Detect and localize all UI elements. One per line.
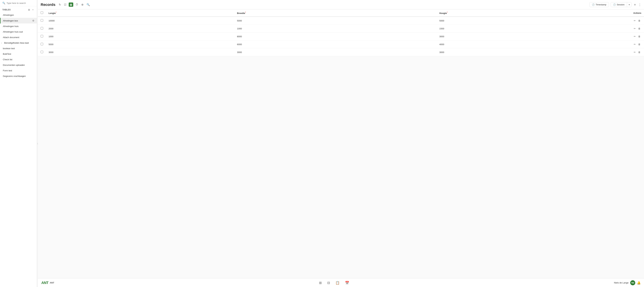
avatar: Nd [630,280,635,285]
sidebar-item-documenten-uploaden[interactable]: Documenten uploaden [0,62,37,68]
search-input[interactable] [6,2,34,4]
history-button[interactable]: ⏱ [75,2,79,7]
sidebar-item-gegevens-vrachtwagen[interactable]: Gegevens vrachtwagen [0,73,37,79]
grid-nav-button[interactable]: ⊞ [318,280,323,286]
table-row: 5000 6000 4000 ✏ 🗑 [38,40,644,48]
sidebar-item-form-test[interactable]: Form test [0,68,37,73]
row-checkbox-cell [38,32,46,40]
delete-row-2-button[interactable]: 🗑 [637,34,641,38]
row-checkbox-3[interactable] [41,43,43,45]
row-lengte-0: 10000 [46,17,234,25]
sidebar-item-afmetingen-box[interactable]: Afmetingen box ⚙ [0,18,37,23]
lengte-required-indicator: * [56,11,56,13]
row-lengte-4: 3000 [46,48,234,56]
header-breedte: Breedte* [234,9,437,17]
row-hoogte-0: 5000 [437,17,630,25]
row-hoogte-4: 3000 [437,48,630,56]
header-checkbox-cell [38,9,46,17]
timestamp-button[interactable]: 🕐 Timestamp [590,2,609,7]
table-body: 10000 5000 5000 ✏ 🗑 2000 1000 1500 ✏ 🗑 1… [38,17,644,56]
sidebar-item-afmetingen[interactable]: Afmetingen [0,12,37,18]
row-breedte-0: 5000 [234,17,437,25]
notifications-button[interactable]: 🔔 [637,281,641,285]
search-bar: 🔍 [0,0,37,6]
row-breedte-3: 6000 [234,40,437,48]
table-header-row: Lengte* Breedte* Hoogte* Actions [38,9,644,17]
row-checkbox-2[interactable] [41,35,43,37]
page-title: Records [41,2,56,7]
table-row: 2000 1000 1500 ✏ 🗑 [38,25,644,32]
row-hoogte-3: 4000 [437,40,630,48]
row-checkbox-4[interactable] [41,51,43,53]
header-hoogte: Hoogte* [437,9,630,17]
add-record-button[interactable]: ＋ [633,2,636,7]
session-main-button[interactable]: 🕐 Session [611,2,627,7]
sidebar-item-afmetingen-huis-oud[interactable]: Afmetingen huis oud [0,29,37,34]
header-actions: Actions [630,9,644,17]
row-actions-3: ✏ 🗑 [630,40,644,48]
search-button[interactable]: 🔍 [86,2,90,7]
bottom-nav: ⊞ ⊟ 📋 📅 [54,280,614,286]
clock-icon: 🕐 [592,3,594,6]
sidebar-item-afmetingen-huis[interactable]: Afmetingen huis [0,23,37,29]
edit-row-1-button[interactable]: ✏ [633,27,636,30]
tables-section-header: Tables ⊞ ＋ [0,6,37,12]
gallery-nav-button[interactable]: ⊟ [326,280,331,286]
table-view-toggle-button[interactable]: ⊞ [28,8,30,11]
sidebar-item-bulktest[interactable]: BulkTest [0,51,37,57]
hoogte-required-indicator: * [447,11,448,13]
delete-row-0-button[interactable]: 🗑 [637,19,641,22]
row-checkbox-0[interactable] [41,19,43,22]
gear-icon[interactable]: ⚙ [32,19,34,22]
grid-view-button[interactable]: ▦ [69,2,73,7]
row-checkbox-cell [38,48,46,56]
header-lengte: Lengte* [46,9,234,17]
session-dropdown-button[interactable]: ▾ [627,2,632,7]
section-actions: ⊞ ＋ [28,8,34,11]
row-hoogte-1: 1500 [437,25,630,32]
row-hoogte-2: 3000 [437,32,630,40]
row-actions-0: ✏ 🗑 [630,17,644,25]
sidebar-item-boolean-test[interactable]: boolean test [0,46,37,51]
search-records-button[interactable]: ⊕ [81,2,84,7]
delete-row-3-button[interactable]: 🗑 [637,42,641,46]
row-actions-4: ✏ 🗑 [630,48,644,56]
search-icon: 🔍 [2,2,5,4]
toggle-button[interactable]: ☑ [63,2,67,7]
records-table: Lengte* Breedte* Hoogte* Actions [38,9,644,56]
sidebar: 🔍 Tables ⊞ ＋ Afmetingen Afmetingen box ⚙… [0,0,37,287]
toolbar: Records ↻ ☑ ▦ ⏱ ⊕ 🔍 🕐 Timestamp 🕐 Sessio… [38,0,644,9]
form-nav-button[interactable]: 📋 [334,280,341,286]
more-options-button[interactable]: ⋮ [638,3,641,6]
sidebar-item-attach-document[interactable]: Attach document [0,34,37,40]
toolbar-right: 🕐 Timestamp 🕐 Session ▾ ＋ ⋮ [590,2,641,7]
ant-logo: ANT [41,281,48,285]
bottom-bar: ANT ANT ⊞ ⊟ 📋 📅 Niels de Lange Nd 🔔 [38,278,644,287]
delete-row-4-button[interactable]: 🗑 [637,50,641,54]
row-lengte-3: 5000 [46,40,234,48]
refresh-button[interactable]: ↻ [58,2,62,7]
row-lengte-1: 2000 [46,25,234,32]
row-checkbox-1[interactable] [41,27,43,29]
row-lengte-2: 1000 [46,32,234,40]
row-checkbox-cell [38,40,46,48]
table-row: 3000 3000 3000 ✏ 🗑 [38,48,644,56]
row-checkbox-cell [38,17,46,25]
session-clock-icon: 🕐 [613,3,616,6]
calendar-nav-button[interactable]: 📅 [344,280,350,286]
delete-row-1-button[interactable]: 🗑 [637,27,641,30]
row-breedte-1: 1000 [234,25,437,32]
sidebar-list: Afmetingen Afmetingen box ⚙ Afmetingen h… [0,12,37,287]
sidebar-item-benodigdheden-ikea-kast[interactable]: › Benodigdheden Ikea kast [0,40,37,46]
select-all-checkbox[interactable] [41,11,43,14]
edit-row-4-button[interactable]: ✏ [633,50,636,54]
breedte-required-indicator: * [245,11,246,13]
row-breedte-2: 8000 [234,32,437,40]
edit-row-2-button[interactable]: ✏ [633,34,636,38]
add-table-button[interactable]: ＋ [32,8,34,11]
edit-row-3-button[interactable]: ✏ [633,42,636,46]
app-name: ANT [50,282,54,284]
edit-row-0-button[interactable]: ✏ [633,19,636,22]
row-breedte-4: 3000 [234,48,437,56]
sidebar-item-check-list[interactable]: Check list [0,57,37,62]
